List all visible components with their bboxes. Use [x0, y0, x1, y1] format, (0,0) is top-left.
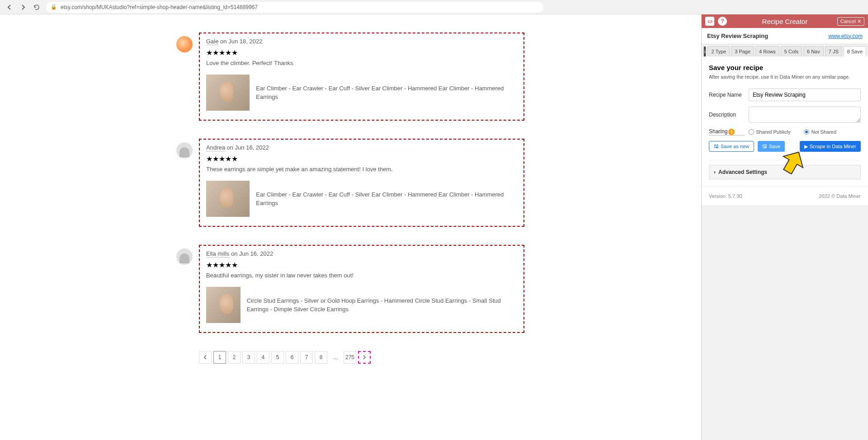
- reviewer-avatar[interactable]: [176, 142, 193, 159]
- page-number-button[interactable]: 4: [257, 351, 269, 364]
- forward-button[interactable]: [19, 3, 27, 11]
- lock-icon: 🔒: [51, 4, 57, 10]
- recipe-title: Etsy Review Scraping: [707, 33, 768, 39]
- star-rating: ★★★★★: [206, 154, 517, 163]
- description-label: Description: [709, 112, 745, 118]
- page-number-button[interactable]: 275: [344, 351, 356, 364]
- page-next-button[interactable]: [358, 351, 371, 364]
- review-date: on Jun 18, 2022: [220, 38, 262, 45]
- save-as-new-button[interactable]: 🖫Save as new: [709, 141, 754, 152]
- review-item: Andrea on Jun 16, 2022 ★★★★★ These earri…: [199, 139, 524, 227]
- premium-badge-icon: $: [728, 129, 735, 135]
- page-number-button[interactable]: 6: [286, 351, 298, 364]
- page-ellipsis: ...: [329, 351, 342, 364]
- page-number-button[interactable]: 2: [228, 351, 241, 364]
- back-button[interactable]: [5, 3, 14, 11]
- star-rating: ★★★★★: [206, 261, 517, 269]
- tab-rows[interactable]: 4 Rows: [755, 46, 779, 56]
- save-icon: 🖫: [762, 144, 767, 149]
- reviewer-name-link[interactable]: Gale: [206, 38, 218, 45]
- not-shared-radio[interactable]: Not Shared: [804, 129, 836, 135]
- page-number-button[interactable]: 7: [300, 351, 313, 364]
- page-content: Gale on Jun 18, 2022 ★★★★★ Love the clim…: [0, 14, 701, 440]
- product-thumbnail[interactable]: [206, 287, 241, 323]
- tab-type[interactable]: 2 Type: [708, 46, 730, 56]
- scrape-in-data-miner-button[interactable]: ▶Scrape in Data Miner: [800, 141, 861, 152]
- review-date: on Jun 16, 2022: [231, 250, 273, 257]
- star-rating: ★★★★★: [206, 48, 517, 57]
- product-thumbnail[interactable]: [206, 181, 250, 217]
- reviewer-avatar[interactable]: [176, 36, 193, 52]
- product-thumbnail[interactable]: [206, 75, 250, 111]
- page-number-button[interactable]: 3: [242, 351, 255, 364]
- review-selection-box: Gale on Jun 18, 2022 ★★★★★ Love the clim…: [199, 33, 524, 121]
- domain-link[interactable]: www.etsy.com: [828, 33, 863, 39]
- save-button[interactable]: 🖫Save: [758, 141, 785, 152]
- reviewer-name-link[interactable]: Andrea: [206, 144, 225, 151]
- page-number-button[interactable]: 5: [271, 351, 284, 364]
- panel-subheader: Etsy Review Scraping www.etsy.com: [702, 28, 868, 44]
- recipe-creator-panel: ▭ ? Recipe Creator Cancel ✕ Etsy Review …: [701, 14, 868, 440]
- tab-info[interactable]: i: [703, 46, 706, 56]
- url-text: etsy.com/shop/MUKAstudio?ref=simple-shop…: [61, 4, 258, 10]
- panel-header: ▭ ? Recipe Creator Cancel ✕: [702, 14, 868, 28]
- product-title[interactable]: Ear Climber - Ear Crawler - Ear Cuff - S…: [256, 84, 517, 102]
- reviewer-avatar[interactable]: [176, 248, 193, 265]
- recipe-name-input[interactable]: [749, 89, 861, 101]
- panel-footer: Version: 5.7.30 2022 © Data Miner: [702, 187, 868, 205]
- review-text: Beautiful earrings, my sister in law nev…: [206, 272, 517, 279]
- section-title: Save your recipe: [709, 64, 861, 71]
- tab-save[interactable]: 8 Save: [844, 46, 866, 56]
- help-icon[interactable]: ?: [718, 17, 727, 26]
- advanced-settings-toggle[interactable]: › Advanced Settings: [709, 165, 861, 179]
- recipe-name-label: Recipe Name: [709, 92, 745, 98]
- shared-publicly-radio[interactable]: Shared Publicly: [749, 129, 790, 135]
- review-item: Gale on Jun 18, 2022 ★★★★★ Love the clim…: [199, 33, 524, 121]
- sharing-label: Sharing$: [709, 128, 745, 136]
- description-input[interactable]: [749, 107, 861, 123]
- tab-page[interactable]: 3 Page: [731, 46, 754, 56]
- cancel-button[interactable]: Cancel ✕: [837, 17, 864, 26]
- review-text: These earrings are simple yet make an am…: [206, 166, 517, 173]
- tab-js[interactable]: 7 JS: [825, 46, 842, 56]
- pagination: 1 2 3 4 5 6 7 8 ... 275: [199, 351, 524, 364]
- page-number-button[interactable]: 8: [315, 351, 327, 364]
- product-title[interactable]: Ear Climber - Ear Crawler - Ear Cuff - S…: [256, 190, 517, 208]
- panel-body: Save your recipe After saving the recipe…: [702, 56, 868, 187]
- browser-bar: 🔒 etsy.com/shop/MUKAstudio?ref=simple-sh…: [0, 0, 868, 14]
- tab-nav[interactable]: 6 Nav: [803, 46, 824, 56]
- review-text: Love the climber. Perfect! Thanks: [206, 60, 517, 66]
- save-icon: 🖫: [714, 144, 719, 149]
- reviewer-name-link[interactable]: Ella mills: [206, 250, 229, 257]
- review-selection-box: Ella mills on Jun 16, 2022 ★★★★★ Beautif…: [199, 245, 524, 333]
- page-number-button[interactable]: 1: [213, 351, 226, 364]
- tab-cols[interactable]: 5 Cols: [781, 46, 802, 56]
- url-bar[interactable]: 🔒 etsy.com/shop/MUKAstudio?ref=simple-sh…: [46, 2, 543, 13]
- play-icon: ▶: [804, 144, 808, 150]
- product-title[interactable]: Circle Stud Earrings - Silver or Gold Ho…: [247, 296, 517, 314]
- section-description: After saving the recipe, use it in Data …: [709, 74, 861, 80]
- review-item: Ella mills on Jun 16, 2022 ★★★★★ Beautif…: [199, 245, 524, 333]
- panel-title: Recipe Creator: [762, 18, 808, 25]
- page-prev-button[interactable]: [199, 351, 212, 364]
- review-selection-box: Andrea on Jun 16, 2022 ★★★★★ These earri…: [199, 139, 524, 227]
- version-text: Version: 5.7.30: [709, 193, 742, 199]
- chevron-right-icon: ›: [714, 169, 716, 175]
- review-date: on Jun 16, 2022: [227, 144, 269, 151]
- copyright-text: 2022 © Data Miner: [819, 193, 861, 199]
- step-tabs: i 2 Type 3 Page 4 Rows 5 Cols 6 Nav 7 JS…: [702, 44, 868, 56]
- reload-button[interactable]: [33, 3, 41, 11]
- window-icon[interactable]: ▭: [705, 17, 714, 26]
